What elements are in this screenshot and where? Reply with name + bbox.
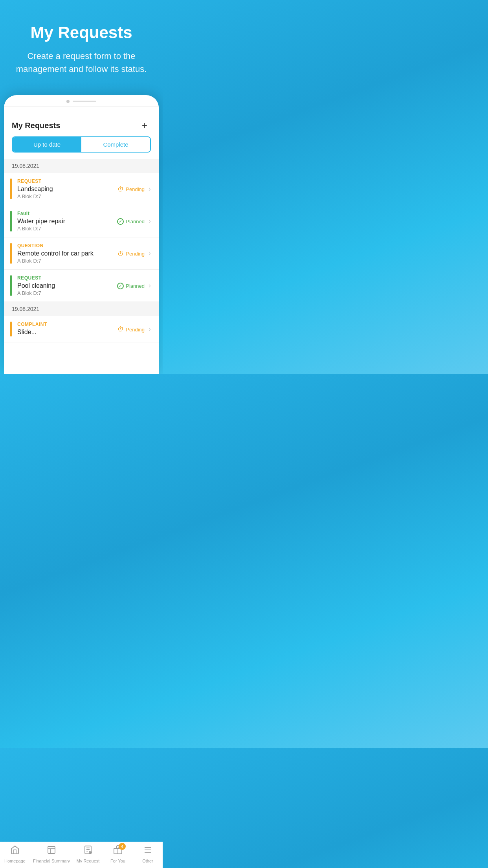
- item-content: Fault Water pipe repair A Blok D:7: [17, 211, 117, 232]
- status-badge: ⏱ Pending: [117, 186, 145, 193]
- item-right: ⏱ Pending: [117, 250, 145, 257]
- date-separator-1: 19.08.2021: [4, 159, 159, 173]
- phone-container: My Requests + Up to date Complete 19.08.…: [4, 95, 159, 374]
- tab-complete[interactable]: Complete: [81, 137, 150, 152]
- item-category: QUESTION: [17, 243, 117, 248]
- planned-icon: ✓: [117, 283, 124, 289]
- notch-dot: [66, 100, 70, 103]
- item-right: ✓ Planned: [117, 282, 145, 289]
- list-item[interactable]: REQUEST Pool cleaning A Blok D:7 ✓ Plann…: [4, 270, 159, 302]
- category-bar: [10, 322, 12, 337]
- list-item[interactable]: COMPLAINT Slide... ⏱ Pending ›: [4, 316, 159, 342]
- chevron-icon: ›: [149, 281, 151, 290]
- list-item[interactable]: QUESTION Remote control for car park A B…: [4, 237, 159, 270]
- item-title: Pool cleaning: [17, 282, 117, 289]
- tab-bar: Up to date Complete: [12, 136, 151, 153]
- page-header: My Requests +: [4, 113, 159, 136]
- list-item[interactable]: REQUEST Landscaping A Blok D:7 ⏱ Pending…: [4, 173, 159, 205]
- pending-icon: ⏱: [117, 326, 124, 333]
- list-item[interactable]: Fault Water pipe repair A Blok D:7 ✓ Pla…: [4, 205, 159, 237]
- item-title: Remote control for car park: [17, 250, 117, 257]
- chevron-icon: ›: [149, 325, 151, 333]
- page-title: My Requests: [12, 121, 60, 130]
- item-content: REQUEST Landscaping A Blok D:7: [17, 178, 117, 199]
- item-category: COMPLAINT: [17, 322, 117, 327]
- item-content: QUESTION Remote control for car park A B…: [17, 243, 117, 264]
- chevron-icon: ›: [149, 185, 151, 193]
- item-category: REQUEST: [17, 178, 117, 184]
- tab-up-to-date[interactable]: Up to date: [13, 137, 81, 152]
- item-title: Water pipe repair: [17, 218, 117, 225]
- header-divider: [4, 106, 159, 107]
- status-badge: ✓ Planned: [117, 283, 145, 289]
- item-right: ✓ Planned: [117, 217, 145, 225]
- chevron-icon: ›: [149, 249, 151, 257]
- item-content: REQUEST Pool cleaning A Blok D:7: [17, 275, 117, 296]
- hero-section: My Requests Create a request form to the…: [0, 0, 163, 83]
- item-title: Landscaping: [17, 186, 117, 193]
- date-separator-2: 19.08.2021: [4, 302, 159, 316]
- chevron-icon: ›: [149, 217, 151, 225]
- category-bar: [10, 178, 12, 199]
- category-bar: [10, 211, 12, 232]
- category-bar: [10, 275, 12, 296]
- pending-icon: ⏱: [117, 186, 124, 193]
- item-subtitle: A Blok D:7: [17, 193, 117, 199]
- item-category: Fault: [17, 211, 117, 216]
- phone-notch: [4, 95, 159, 106]
- status-badge: ⏱ Pending: [117, 326, 145, 333]
- notch-bar: [73, 101, 96, 102]
- item-subtitle: A Blok D:7: [17, 226, 117, 232]
- hero-subtitle: Create a request form to the management …: [12, 50, 151, 75]
- pending-icon: ⏱: [117, 250, 124, 257]
- item-subtitle: A Blok D:7: [17, 290, 117, 296]
- status-badge: ✓ Planned: [117, 218, 145, 225]
- item-content: COMPLAINT Slide...: [17, 322, 117, 337]
- item-subtitle: A Blok D:7: [17, 258, 117, 264]
- add-request-button[interactable]: +: [138, 119, 151, 132]
- hero-title: My Requests: [12, 24, 151, 42]
- category-bar: [10, 243, 12, 264]
- item-title: Slide...: [17, 329, 117, 336]
- status-badge: ⏱ Pending: [117, 250, 145, 257]
- item-right: ⏱ Pending: [117, 325, 145, 333]
- item-right: ⏱ Pending: [117, 185, 145, 193]
- planned-icon: ✓: [117, 218, 124, 225]
- item-category: REQUEST: [17, 275, 117, 281]
